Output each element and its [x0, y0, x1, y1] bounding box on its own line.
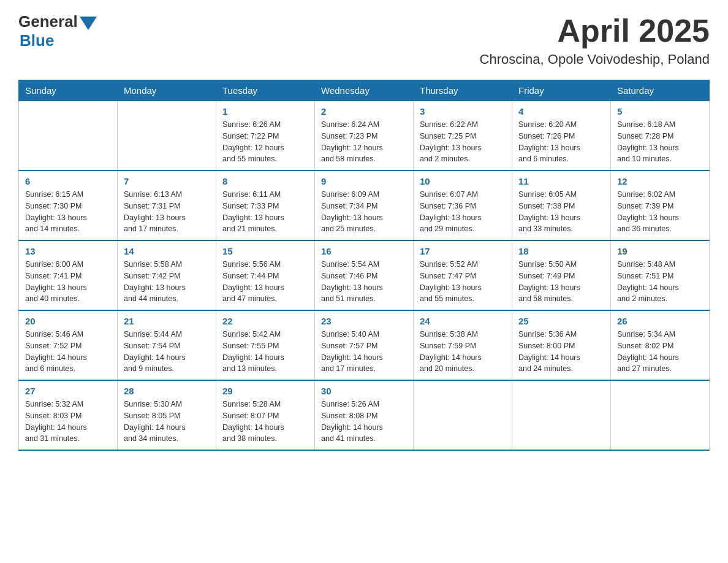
- calendar-day-cell: [118, 101, 216, 171]
- day-number: 17: [420, 246, 506, 256]
- day-number: 13: [25, 246, 111, 256]
- calendar-day-cell: 26Sunrise: 5:34 AMSunset: 8:02 PMDayligh…: [611, 310, 710, 380]
- calendar-day-cell: 3Sunrise: 6:22 AMSunset: 7:25 PMDaylight…: [414, 101, 512, 171]
- calendar-day-cell: 17Sunrise: 5:52 AMSunset: 7:47 PMDayligh…: [414, 240, 512, 310]
- weekday-header: Wednesday: [315, 80, 414, 101]
- day-number: 11: [518, 176, 604, 186]
- day-number: 20: [25, 316, 111, 326]
- location-title: Chroscina, Opole Voivodeship, Poland: [480, 52, 710, 67]
- calendar-week-row: 6Sunrise: 6:15 AMSunset: 7:30 PMDaylight…: [19, 170, 710, 240]
- day-number: 23: [321, 316, 407, 326]
- calendar-table: SundayMondayTuesdayWednesdayThursdayFrid…: [18, 80, 710, 451]
- day-number: 26: [617, 316, 703, 326]
- calendar-day-cell: 9Sunrise: 6:09 AMSunset: 7:34 PMDaylight…: [315, 170, 414, 240]
- weekday-header: Sunday: [19, 80, 118, 101]
- logo-triangle-icon: [80, 17, 97, 30]
- day-number: 12: [617, 176, 703, 186]
- day-info: Sunrise: 5:48 AMSunset: 7:51 PMDaylight:…: [617, 259, 703, 305]
- calendar-day-cell: 22Sunrise: 5:42 AMSunset: 7:55 PMDayligh…: [216, 310, 315, 380]
- calendar-day-cell: [611, 380, 710, 450]
- page-header: General Blue April 2025 Chroscina, Opole…: [18, 12, 710, 67]
- day-info: Sunrise: 5:40 AMSunset: 7:57 PMDaylight:…: [321, 329, 407, 375]
- calendar-day-cell: 11Sunrise: 6:05 AMSunset: 7:38 PMDayligh…: [512, 170, 611, 240]
- month-title: April 2025: [480, 12, 710, 49]
- calendar-day-cell: 8Sunrise: 6:11 AMSunset: 7:33 PMDaylight…: [216, 170, 315, 240]
- calendar-day-cell: 18Sunrise: 5:50 AMSunset: 7:49 PMDayligh…: [512, 240, 611, 310]
- day-info: Sunrise: 5:44 AMSunset: 7:54 PMDaylight:…: [124, 329, 210, 375]
- day-info: Sunrise: 6:15 AMSunset: 7:30 PMDaylight:…: [25, 189, 111, 235]
- calendar-day-cell: 30Sunrise: 5:26 AMSunset: 8:08 PMDayligh…: [315, 380, 414, 450]
- calendar-day-cell: 19Sunrise: 5:48 AMSunset: 7:51 PMDayligh…: [611, 240, 710, 310]
- day-number: 7: [124, 176, 210, 186]
- day-info: Sunrise: 6:24 AMSunset: 7:23 PMDaylight:…: [321, 119, 407, 165]
- day-info: Sunrise: 6:09 AMSunset: 7:34 PMDaylight:…: [321, 189, 407, 235]
- day-number: 29: [222, 386, 308, 396]
- day-info: Sunrise: 5:52 AMSunset: 7:47 PMDaylight:…: [420, 259, 506, 305]
- weekday-header: Monday: [118, 80, 216, 101]
- day-number: 6: [25, 176, 111, 186]
- calendar-day-cell: 27Sunrise: 5:32 AMSunset: 8:03 PMDayligh…: [19, 380, 118, 450]
- day-info: Sunrise: 6:11 AMSunset: 7:33 PMDaylight:…: [222, 189, 308, 235]
- logo-general-text: General: [18, 12, 78, 31]
- day-info: Sunrise: 6:13 AMSunset: 7:31 PMDaylight:…: [124, 189, 210, 235]
- day-number: 24: [420, 316, 506, 326]
- day-info: Sunrise: 6:22 AMSunset: 7:25 PMDaylight:…: [420, 119, 506, 165]
- calendar-day-cell: 16Sunrise: 5:54 AMSunset: 7:46 PMDayligh…: [315, 240, 414, 310]
- calendar-day-cell: 7Sunrise: 6:13 AMSunset: 7:31 PMDaylight…: [118, 170, 216, 240]
- day-number: 14: [124, 246, 210, 256]
- weekday-header: Saturday: [611, 80, 710, 101]
- title-section: April 2025 Chroscina, Opole Voivodeship,…: [480, 12, 710, 67]
- day-number: 4: [518, 106, 604, 117]
- day-number: 10: [420, 176, 506, 186]
- calendar-day-cell: 21Sunrise: 5:44 AMSunset: 7:54 PMDayligh…: [118, 310, 216, 380]
- calendar-week-row: 13Sunrise: 6:00 AMSunset: 7:41 PMDayligh…: [19, 240, 710, 310]
- calendar-day-cell: 13Sunrise: 6:00 AMSunset: 7:41 PMDayligh…: [19, 240, 118, 310]
- day-number: 3: [420, 106, 506, 117]
- day-info: Sunrise: 5:32 AMSunset: 8:03 PMDaylight:…: [25, 399, 111, 445]
- day-number: 15: [222, 246, 308, 256]
- day-info: Sunrise: 5:46 AMSunset: 7:52 PMDaylight:…: [25, 329, 111, 375]
- day-info: Sunrise: 6:07 AMSunset: 7:36 PMDaylight:…: [420, 189, 506, 235]
- day-info: Sunrise: 5:38 AMSunset: 7:59 PMDaylight:…: [420, 329, 506, 375]
- day-number: 27: [25, 386, 111, 396]
- calendar-day-cell: [414, 380, 512, 450]
- day-info: Sunrise: 6:00 AMSunset: 7:41 PMDaylight:…: [25, 259, 111, 305]
- day-number: 16: [321, 246, 407, 256]
- calendar-day-cell: 6Sunrise: 6:15 AMSunset: 7:30 PMDaylight…: [19, 170, 118, 240]
- day-info: Sunrise: 5:54 AMSunset: 7:46 PMDaylight:…: [321, 259, 407, 305]
- day-number: 22: [222, 316, 308, 326]
- day-number: 1: [222, 106, 308, 117]
- day-info: Sunrise: 6:20 AMSunset: 7:26 PMDaylight:…: [518, 119, 604, 165]
- logo-blue-text: Blue: [20, 31, 54, 50]
- day-number: 30: [321, 386, 407, 396]
- calendar-day-cell: [19, 101, 118, 171]
- day-info: Sunrise: 5:28 AMSunset: 8:07 PMDaylight:…: [222, 399, 308, 445]
- calendar-day-cell: [512, 380, 611, 450]
- calendar-day-cell: 20Sunrise: 5:46 AMSunset: 7:52 PMDayligh…: [19, 310, 118, 380]
- weekday-header: Thursday: [414, 80, 512, 101]
- day-number: 5: [617, 106, 703, 117]
- day-number: 25: [518, 316, 604, 326]
- day-info: Sunrise: 6:05 AMSunset: 7:38 PMDaylight:…: [518, 189, 604, 235]
- calendar-week-row: 1Sunrise: 6:26 AMSunset: 7:22 PMDaylight…: [19, 101, 710, 171]
- calendar-day-cell: 5Sunrise: 6:18 AMSunset: 7:28 PMDaylight…: [611, 101, 710, 171]
- calendar-day-cell: 15Sunrise: 5:56 AMSunset: 7:44 PMDayligh…: [216, 240, 315, 310]
- day-info: Sunrise: 5:30 AMSunset: 8:05 PMDaylight:…: [124, 399, 210, 445]
- calendar-day-cell: 4Sunrise: 6:20 AMSunset: 7:26 PMDaylight…: [512, 101, 611, 171]
- day-number: 19: [617, 246, 703, 256]
- calendar-day-cell: 2Sunrise: 6:24 AMSunset: 7:23 PMDaylight…: [315, 101, 414, 171]
- calendar-day-cell: 24Sunrise: 5:38 AMSunset: 7:59 PMDayligh…: [414, 310, 512, 380]
- calendar-day-cell: 14Sunrise: 5:58 AMSunset: 7:42 PMDayligh…: [118, 240, 216, 310]
- weekday-header: Friday: [512, 80, 611, 101]
- day-info: Sunrise: 5:26 AMSunset: 8:08 PMDaylight:…: [321, 399, 407, 445]
- calendar-day-cell: 1Sunrise: 6:26 AMSunset: 7:22 PMDaylight…: [216, 101, 315, 171]
- day-info: Sunrise: 5:50 AMSunset: 7:49 PMDaylight:…: [518, 259, 604, 305]
- calendar-week-row: 20Sunrise: 5:46 AMSunset: 7:52 PMDayligh…: [19, 310, 710, 380]
- day-info: Sunrise: 5:36 AMSunset: 8:00 PMDaylight:…: [518, 329, 604, 375]
- weekday-header: Tuesday: [216, 80, 315, 101]
- calendar-day-cell: 29Sunrise: 5:28 AMSunset: 8:07 PMDayligh…: [216, 380, 315, 450]
- day-number: 2: [321, 106, 407, 117]
- day-info: Sunrise: 5:56 AMSunset: 7:44 PMDaylight:…: [222, 259, 308, 305]
- calendar-day-cell: 12Sunrise: 6:02 AMSunset: 7:39 PMDayligh…: [611, 170, 710, 240]
- day-number: 21: [124, 316, 210, 326]
